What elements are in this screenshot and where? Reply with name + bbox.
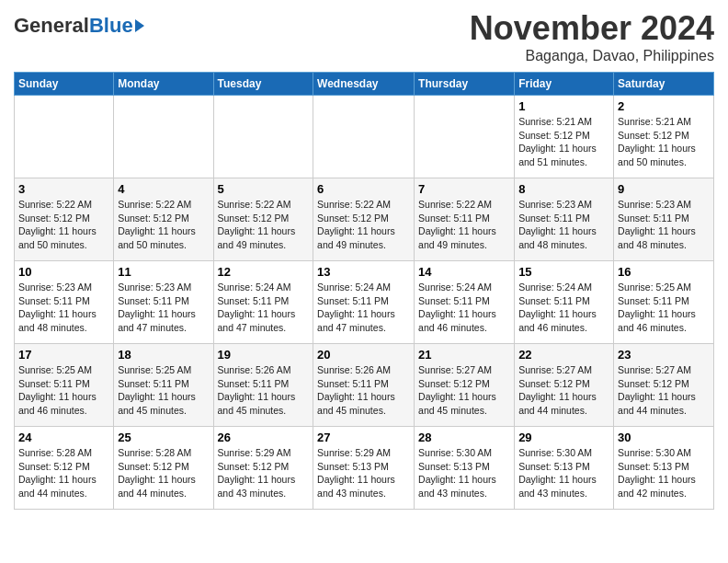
day-info: Sunrise: 5:23 AMSunset: 5:11 PMDaylight:…	[518, 198, 609, 252]
calendar-cell: 21Sunrise: 5:27 AMSunset: 5:12 PMDayligh…	[415, 344, 515, 427]
day-number: 23	[618, 348, 710, 362]
column-header-wednesday: Wednesday	[313, 73, 415, 96]
calendar-cell: 26Sunrise: 5:29 AMSunset: 5:12 PMDayligh…	[213, 427, 313, 510]
calendar-cell: 28Sunrise: 5:30 AMSunset: 5:13 PMDayligh…	[415, 427, 515, 510]
calendar-cell: 3Sunrise: 5:22 AMSunset: 5:12 PMDaylight…	[15, 178, 114, 261]
calendar-cell: 14Sunrise: 5:24 AMSunset: 5:11 PMDayligh…	[415, 261, 515, 344]
day-number: 30	[618, 431, 710, 444]
calendar-cell: 4Sunrise: 5:22 AMSunset: 5:12 PMDaylight…	[114, 178, 213, 261]
calendar-cell: 22Sunrise: 5:27 AMSunset: 5:12 PMDayligh…	[515, 344, 614, 427]
day-info: Sunrise: 5:26 AMSunset: 5:11 PMDaylight:…	[218, 363, 310, 418]
day-info: Sunrise: 5:24 AMSunset: 5:11 PMDaylight:…	[418, 281, 510, 335]
calendar-cell: 6Sunrise: 5:22 AMSunset: 5:12 PMDaylight…	[313, 178, 415, 261]
calendar-cell: 17Sunrise: 5:25 AMSunset: 5:11 PMDayligh…	[15, 344, 114, 427]
day-number: 13	[317, 265, 410, 279]
logo-arrow-icon	[135, 19, 144, 32]
day-info: Sunrise: 5:27 AMSunset: 5:12 PMDaylight:…	[618, 363, 710, 418]
day-number: 9	[618, 182, 710, 196]
week-row-4: 17Sunrise: 5:25 AMSunset: 5:11 PMDayligh…	[15, 344, 714, 427]
logo-blue: Blue	[89, 14, 133, 38]
day-number: 22	[518, 348, 609, 362]
column-header-thursday: Thursday	[415, 73, 515, 96]
day-number: 18	[118, 348, 209, 362]
day-info: Sunrise: 5:30 AMSunset: 5:13 PMDaylight:…	[518, 446, 609, 500]
calendar-cell: 8Sunrise: 5:23 AMSunset: 5:11 PMDaylight…	[515, 178, 614, 261]
day-info: Sunrise: 5:24 AMSunset: 5:11 PMDaylight:…	[317, 281, 410, 335]
calendar-cell: 16Sunrise: 5:25 AMSunset: 5:11 PMDayligh…	[614, 261, 714, 344]
day-info: Sunrise: 5:22 AMSunset: 5:12 PMDaylight:…	[317, 198, 410, 252]
day-info: Sunrise: 5:27 AMSunset: 5:12 PMDaylight:…	[518, 363, 609, 418]
day-info: Sunrise: 5:21 AMSunset: 5:12 PMDaylight:…	[618, 115, 710, 169]
title-block: November 2024 Baganga, Davao, Philippine…	[470, 9, 714, 64]
day-info: Sunrise: 5:25 AMSunset: 5:11 PMDaylight:…	[18, 363, 109, 418]
day-number: 1	[518, 99, 609, 113]
day-number: 20	[317, 348, 410, 362]
day-info: Sunrise: 5:24 AMSunset: 5:11 PMDaylight:…	[218, 281, 310, 335]
day-info: Sunrise: 5:22 AMSunset: 5:12 PMDaylight:…	[18, 198, 109, 252]
day-info: Sunrise: 5:30 AMSunset: 5:13 PMDaylight:…	[618, 446, 710, 500]
calendar-table: SundayMondayTuesdayWednesdayThursdayFrid…	[14, 72, 714, 510]
column-header-tuesday: Tuesday	[213, 73, 313, 96]
day-info: Sunrise: 5:23 AMSunset: 5:11 PMDaylight:…	[618, 198, 710, 252]
calendar-cell: 24Sunrise: 5:28 AMSunset: 5:12 PMDayligh…	[15, 427, 114, 510]
day-number: 27	[317, 431, 410, 444]
calendar-cell: 30Sunrise: 5:30 AMSunset: 5:13 PMDayligh…	[614, 427, 714, 510]
day-info: Sunrise: 5:24 AMSunset: 5:11 PMDaylight:…	[518, 281, 609, 335]
day-number: 25	[118, 431, 209, 444]
calendar-cell	[213, 96, 313, 178]
calendar-cell: 29Sunrise: 5:30 AMSunset: 5:13 PMDayligh…	[515, 427, 614, 510]
day-info: Sunrise: 5:25 AMSunset: 5:11 PMDaylight:…	[118, 363, 209, 418]
page-subtitle: Baganga, Davao, Philippines	[470, 48, 714, 64]
day-number: 15	[518, 265, 609, 279]
week-row-2: 3Sunrise: 5:22 AMSunset: 5:12 PMDaylight…	[15, 178, 714, 261]
day-info: Sunrise: 5:30 AMSunset: 5:13 PMDaylight:…	[418, 446, 510, 500]
day-number: 4	[118, 182, 209, 196]
calendar-cell	[313, 96, 415, 178]
day-number: 14	[418, 265, 510, 279]
page-header: General Blue November 2024 Baganga, Dava…	[14, 9, 714, 64]
calendar-cell	[15, 96, 114, 178]
calendar-header: SundayMondayTuesdayWednesdayThursdayFrid…	[15, 73, 714, 96]
calendar-cell: 9Sunrise: 5:23 AMSunset: 5:11 PMDaylight…	[614, 178, 714, 261]
calendar-cell: 18Sunrise: 5:25 AMSunset: 5:11 PMDayligh…	[114, 344, 213, 427]
day-number: 16	[618, 265, 710, 279]
calendar-cell: 13Sunrise: 5:24 AMSunset: 5:11 PMDayligh…	[313, 261, 415, 344]
day-number: 21	[418, 348, 510, 362]
logo: General Blue	[14, 14, 144, 38]
day-number: 6	[317, 182, 410, 196]
day-info: Sunrise: 5:26 AMSunset: 5:11 PMDaylight:…	[317, 363, 410, 418]
day-number: 5	[218, 182, 310, 196]
calendar-cell: 5Sunrise: 5:22 AMSunset: 5:12 PMDaylight…	[213, 178, 313, 261]
column-header-monday: Monday	[114, 73, 213, 96]
day-info: Sunrise: 5:28 AMSunset: 5:12 PMDaylight:…	[18, 446, 109, 500]
calendar-cell: 7Sunrise: 5:22 AMSunset: 5:11 PMDaylight…	[415, 178, 515, 261]
week-row-5: 24Sunrise: 5:28 AMSunset: 5:12 PMDayligh…	[15, 427, 714, 510]
day-info: Sunrise: 5:22 AMSunset: 5:11 PMDaylight:…	[418, 198, 510, 252]
column-header-friday: Friday	[515, 73, 614, 96]
day-number: 7	[418, 182, 510, 196]
day-info: Sunrise: 5:28 AMSunset: 5:12 PMDaylight:…	[118, 446, 209, 500]
logo-general: General	[14, 14, 89, 38]
week-row-3: 10Sunrise: 5:23 AMSunset: 5:11 PMDayligh…	[15, 261, 714, 344]
calendar-cell	[415, 96, 515, 178]
calendar-cell: 23Sunrise: 5:27 AMSunset: 5:12 PMDayligh…	[614, 344, 714, 427]
calendar-cell	[114, 96, 213, 178]
day-info: Sunrise: 5:22 AMSunset: 5:12 PMDaylight:…	[118, 198, 209, 252]
column-header-saturday: Saturday	[614, 73, 714, 96]
day-number: 29	[518, 431, 609, 444]
day-number: 3	[18, 182, 109, 196]
calendar-cell: 19Sunrise: 5:26 AMSunset: 5:11 PMDayligh…	[213, 344, 313, 427]
calendar-cell: 2Sunrise: 5:21 AMSunset: 5:12 PMDaylight…	[614, 96, 714, 178]
day-number: 24	[18, 431, 109, 444]
day-info: Sunrise: 5:29 AMSunset: 5:13 PMDaylight:…	[317, 446, 410, 500]
week-row-1: 1Sunrise: 5:21 AMSunset: 5:12 PMDaylight…	[15, 96, 714, 178]
calendar-cell: 15Sunrise: 5:24 AMSunset: 5:11 PMDayligh…	[515, 261, 614, 344]
day-number: 28	[418, 431, 510, 444]
calendar-cell: 25Sunrise: 5:28 AMSunset: 5:12 PMDayligh…	[114, 427, 213, 510]
day-number: 2	[618, 99, 710, 113]
day-number: 12	[218, 265, 310, 279]
header-row: SundayMondayTuesdayWednesdayThursdayFrid…	[15, 73, 714, 96]
day-number: 8	[518, 182, 609, 196]
calendar-cell: 20Sunrise: 5:26 AMSunset: 5:11 PMDayligh…	[313, 344, 415, 427]
day-number: 11	[118, 265, 209, 279]
